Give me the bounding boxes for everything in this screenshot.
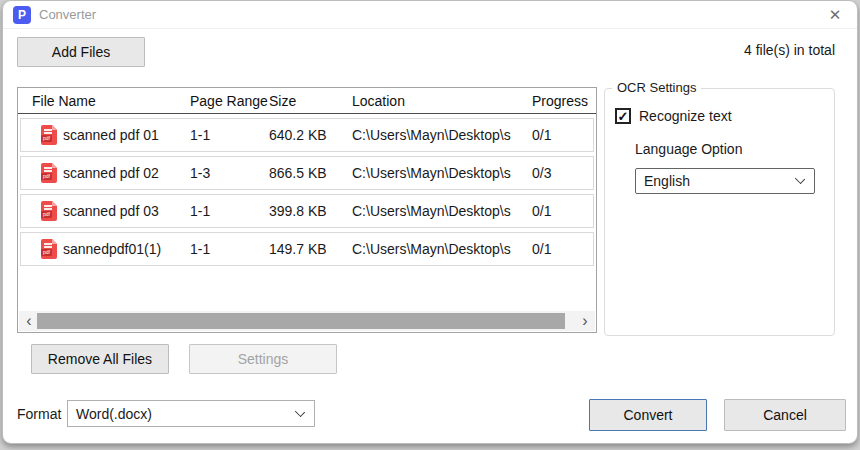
pdf-file-icon: pdf	[41, 163, 57, 183]
titlebar: P Converter ✕	[3, 1, 857, 29]
column-header-progress[interactable]: Progress	[532, 93, 596, 109]
column-header-file-name[interactable]: File Name	[32, 93, 190, 109]
pdf-badge: pdf	[41, 135, 52, 142]
file-progress: 0/1	[532, 203, 593, 219]
file-name: scanned pdf 02	[63, 165, 190, 181]
pdf-file-icon: pdf	[41, 201, 57, 221]
table-row[interactable]: pdf scanned pdf 03 1-1 399.8 KB C:\Users…	[20, 194, 594, 228]
language-select[interactable]: English	[635, 168, 815, 194]
file-name: scanned pdf 03	[63, 203, 190, 219]
converter-window: P Converter ✕ Add Files 4 file(s) in tot…	[2, 0, 858, 444]
format-select-value: Word(.docx)	[76, 406, 152, 422]
table-row[interactable]: pdf scanned pdf 02 1-3 866.5 KB C:\Users…	[20, 156, 594, 190]
file-size: 399.8 KB	[269, 203, 352, 219]
file-progress: 0/1	[532, 241, 593, 257]
file-table: File Name Page Range Size Location Progr…	[17, 87, 597, 333]
file-size: 149.7 KB	[269, 241, 352, 257]
file-page-range: 1-1	[190, 203, 269, 219]
format-select[interactable]: Word(.docx)	[67, 400, 315, 427]
file-location: C:\Users\Mayn\Desktop\s	[352, 203, 532, 219]
file-page-range: 1-3	[190, 165, 269, 181]
convert-button[interactable]: Convert	[589, 399, 707, 431]
ocr-settings-group: OCR Settings ✓ Recognize text Language O…	[604, 88, 835, 336]
file-name: sannedpdf01(1)	[63, 241, 190, 257]
pdf-badge: pdf	[41, 173, 52, 180]
pdf-file-icon: pdf	[41, 125, 57, 145]
recognize-text-checkbox[interactable]: ✓	[615, 108, 631, 124]
cancel-button[interactable]: Cancel	[724, 399, 846, 431]
pdf-badge: pdf	[41, 249, 52, 256]
chevron-down-icon	[795, 174, 805, 184]
file-size: 640.2 KB	[269, 127, 352, 143]
window-title: Converter	[39, 7, 96, 22]
scrollbar-thumb[interactable]	[37, 313, 565, 329]
pdf-badge: pdf	[41, 211, 52, 218]
file-location: C:\Users\Mayn\Desktop\s	[352, 241, 532, 257]
scroll-right-icon[interactable]: ›	[577, 311, 593, 331]
horizontal-scrollbar[interactable]: ‹ ›	[19, 311, 595, 331]
app-logo-icon: P	[13, 6, 31, 24]
column-header-page-range[interactable]: Page Range	[190, 93, 269, 109]
language-select-value: English	[644, 173, 690, 189]
pdf-file-icon: pdf	[41, 239, 57, 259]
file-count-text: 4 file(s) in total	[744, 42, 835, 58]
format-label: Format	[17, 406, 61, 422]
checkmark-icon: ✓	[618, 110, 629, 123]
column-header-size[interactable]: Size	[269, 93, 352, 109]
settings-button[interactable]: Settings	[189, 344, 337, 374]
language-option-label: Language Option	[635, 141, 742, 157]
table-header: File Name Page Range Size Location Progr…	[18, 88, 596, 114]
column-header-location[interactable]: Location	[352, 93, 532, 109]
file-location: C:\Users\Mayn\Desktop\s	[352, 127, 532, 143]
file-progress: 0/3	[532, 165, 593, 181]
file-page-range: 1-1	[190, 127, 269, 143]
file-size: 866.5 KB	[269, 165, 352, 181]
file-page-range: 1-1	[190, 241, 269, 257]
table-row[interactable]: pdf sannedpdf01(1) 1-1 149.7 KB C:\Users…	[20, 232, 594, 266]
ocr-settings-title: OCR Settings	[612, 80, 701, 95]
recognize-text-label[interactable]: Recognize text	[639, 108, 732, 124]
file-location: C:\Users\Mayn\Desktop\s	[352, 165, 532, 181]
file-name: scanned pdf 01	[63, 127, 190, 143]
remove-all-files-button[interactable]: Remove All Files	[31, 344, 169, 374]
table-row[interactable]: pdf scanned pdf 01 1-1 640.2 KB C:\Users…	[20, 118, 594, 152]
close-icon[interactable]: ✕	[825, 5, 845, 25]
scroll-left-icon[interactable]: ‹	[21, 311, 37, 331]
add-files-button[interactable]: Add Files	[17, 37, 145, 67]
chevron-down-icon	[295, 407, 305, 417]
file-progress: 0/1	[532, 127, 593, 143]
